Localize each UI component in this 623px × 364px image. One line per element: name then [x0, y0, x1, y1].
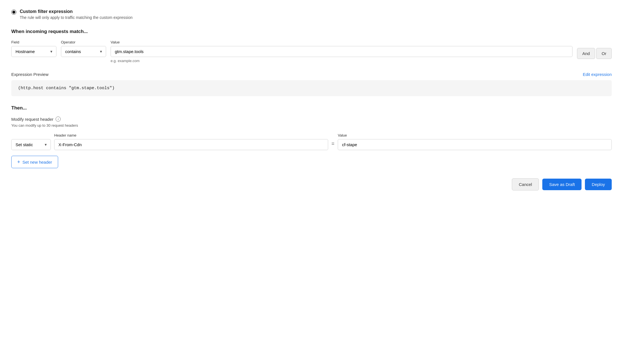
when-title: When incoming requests match... [11, 29, 612, 34]
add-header-button[interactable]: + Set new header [11, 156, 58, 168]
header-value-input[interactable] [338, 139, 612, 150]
header-name-group: Header name [54, 133, 328, 150]
cancel-button[interactable]: Cancel [512, 178, 539, 190]
field-group: Field Hostname URI IP Source ▼ [11, 40, 56, 57]
expression-label: Expression Preview [11, 72, 49, 77]
expression-preview-section: Expression Preview Edit expression (http… [11, 72, 612, 96]
then-title: Then... [11, 105, 612, 111]
value-label: Value [111, 40, 572, 44]
set-static-select-wrapper: Set static Set dynamic Remove ▼ [11, 139, 51, 150]
value-hint: e.g. example.com [111, 59, 572, 63]
fields-row: Field Hostname URI IP Source ▼ Operator … [11, 40, 612, 63]
modify-limit-text: You can modify up to 30 request headers [11, 123, 612, 128]
or-button[interactable]: Or [596, 48, 612, 59]
operator-label: Operator [61, 40, 106, 44]
edit-expression-link[interactable]: Edit expression [583, 72, 612, 77]
set-static-group: Set static Set dynamic Remove ▼ [11, 139, 51, 150]
field-select-wrapper: Hostname URI IP Source ▼ [11, 46, 56, 57]
footer-actions: Cancel Save as Draft Deploy [11, 178, 612, 190]
equals-sign: = [332, 141, 335, 150]
expression-box: (http.host contains "gtm.stape.tools") [11, 80, 612, 96]
radio-title: Custom filter expression [20, 9, 133, 14]
modify-header-row: Modify request header i [11, 117, 612, 122]
then-section: Then... Modify request header i You can … [11, 105, 612, 168]
deploy-button[interactable]: Deploy [585, 179, 612, 190]
custom-filter-radio[interactable] [11, 10, 16, 15]
radio-description: The rule will only apply to traffic matc… [20, 15, 133, 20]
operator-select-wrapper: contains equals starts with ends with ▼ [61, 46, 106, 57]
modify-header-label: Modify request header [11, 117, 53, 122]
header-value-group: Value [338, 133, 612, 150]
header-name-label: Header name [54, 133, 328, 137]
operator-group: Operator contains equals starts with end… [61, 40, 106, 57]
info-icon[interactable]: i [56, 117, 61, 122]
value-input[interactable] [111, 46, 572, 57]
save-draft-button[interactable]: Save as Draft [542, 179, 582, 190]
header-name-input[interactable] [54, 139, 328, 150]
when-section: When incoming requests match... Field Ho… [11, 29, 612, 63]
value-group: Value e.g. example.com [111, 40, 572, 63]
field-label: Field [11, 40, 56, 44]
and-or-group: And Or [577, 48, 612, 59]
and-button[interactable]: And [577, 48, 595, 59]
field-select[interactable]: Hostname URI IP Source [11, 46, 56, 57]
operator-select[interactable]: contains equals starts with ends with [61, 46, 106, 57]
header-row: Set static Set dynamic Remove ▼ Header n… [11, 133, 612, 150]
add-header-label: Set new header [23, 160, 52, 165]
header-value-label: Value [338, 133, 612, 137]
plus-icon: + [17, 159, 20, 165]
set-static-select[interactable]: Set static Set dynamic Remove [11, 139, 51, 150]
custom-filter-radio-section: Custom filter expression The rule will o… [11, 9, 612, 20]
expression-header: Expression Preview Edit expression [11, 72, 612, 77]
